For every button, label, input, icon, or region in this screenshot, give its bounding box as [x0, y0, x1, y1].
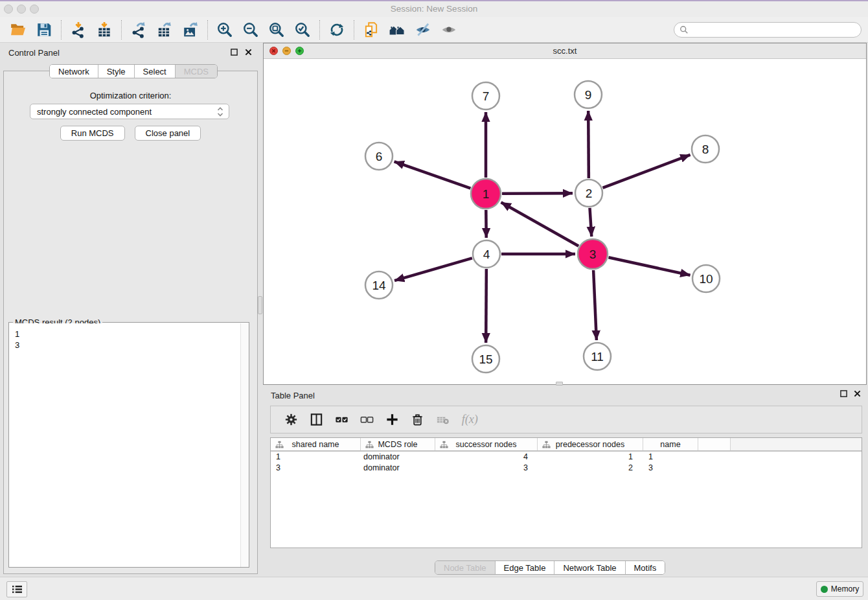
deselect-all-columns-button[interactable] — [357, 410, 376, 430]
table-row[interactable]: 1 dominator 4 1 1 — [271, 452, 862, 463]
column-header-successor-nodes[interactable]: successor nodes — [435, 438, 538, 450]
network-canvas[interactable]: 1234678910111415 — [264, 59, 866, 384]
graph-node-8[interactable]: 8 — [692, 135, 719, 163]
table-header-row: shared name MCDS role successor nodes — [271, 438, 862, 452]
double-home-icon — [389, 21, 405, 38]
zoom-out-button[interactable] — [238, 19, 264, 40]
graph-edge-4-15[interactable] — [486, 269, 486, 343]
clone-network-button[interactable] — [358, 19, 384, 40]
graph-node-7[interactable]: 7 — [472, 82, 499, 110]
export-image-button[interactable] — [177, 19, 203, 40]
list-icon — [12, 584, 23, 594]
float-panel-button[interactable] — [229, 47, 239, 57]
show-columns-button[interactable] — [306, 410, 326, 430]
cell-mcds-role[interactable]: dominator — [361, 463, 435, 474]
task-history-button[interactable] — [6, 581, 27, 597]
cell-predecessor-nodes[interactable]: 1 — [538, 452, 643, 463]
tab-network-table[interactable]: Network Table — [554, 561, 625, 574]
tab-edge-table[interactable]: Edge Table — [496, 561, 555, 574]
tab-select[interactable]: Select — [135, 65, 176, 78]
folder-open-icon — [10, 21, 27, 38]
show-all-button[interactable] — [436, 19, 462, 40]
cell-predecessor-nodes[interactable]: 2 — [538, 463, 643, 474]
graph-edge-4-14[interactable] — [394, 258, 472, 281]
graph-edge-3-10[interactable] — [608, 257, 690, 275]
zoom-in-button[interactable] — [212, 19, 238, 40]
hide-unhide-button[interactable] — [410, 19, 436, 40]
graph-edge-2-9[interactable] — [588, 111, 589, 178]
graph-node-9[interactable]: 9 — [575, 81, 602, 108]
column-header-predecessor-nodes[interactable]: predecessor nodes — [538, 438, 643, 450]
zoom-selected-button[interactable] — [290, 19, 315, 40]
graph-edge-1-6[interactable] — [394, 161, 471, 188]
control-panel-tabs: Network Style Select MCDS — [49, 64, 218, 78]
main-toolbar — [0, 17, 868, 43]
tab-motifs[interactable]: Motifs — [626, 561, 665, 574]
table-float-button[interactable] — [839, 389, 849, 398]
cell-successor-nodes[interactable]: 4 — [435, 452, 538, 463]
reset-views-button[interactable] — [384, 19, 410, 40]
graph-edge-1-2[interactable] — [502, 193, 573, 194]
save-session-button[interactable] — [31, 19, 57, 40]
tab-style[interactable]: Style — [98, 65, 135, 78]
cell-mcds-role[interactable]: dominator — [361, 452, 435, 463]
horizontal-splitter-handle[interactable] — [556, 382, 563, 386]
tab-mcds[interactable]: MCDS — [176, 65, 217, 78]
table-close-button[interactable] — [852, 389, 862, 398]
graph-node-label: 9 — [585, 88, 592, 102]
select-all-columns-button[interactable] — [332, 410, 351, 430]
graph-node-1[interactable]: 1 — [471, 179, 501, 209]
column-header-mcds-role[interactable]: MCDS role — [361, 438, 435, 450]
column-header-shared-name[interactable]: shared name — [271, 438, 361, 450]
zoom-fit-button[interactable] — [264, 19, 290, 40]
graph-node-2[interactable]: 2 — [575, 179, 602, 207]
network-window-titlebar[interactable]: scc.txt — [264, 43, 866, 59]
open-session-button[interactable] — [5, 19, 31, 40]
magnifier-plus-icon — [216, 21, 233, 38]
tab-network[interactable]: Network — [50, 65, 98, 78]
cell-name[interactable]: 3 — [643, 463, 698, 474]
table-tabs: Node Table Edge Table Network Table Moti… — [435, 560, 665, 575]
graph-node-label: 7 — [483, 89, 490, 103]
graph-edge-2-8[interactable] — [603, 155, 691, 188]
table-row[interactable]: 3 dominator 3 2 3 — [271, 463, 862, 474]
vertical-splitter-handle[interactable] — [258, 296, 262, 314]
mcds-result-text[interactable]: 1 3 — [9, 323, 240, 567]
cell-successor-nodes[interactable]: 3 — [435, 463, 538, 474]
import-table-button[interactable] — [91, 19, 117, 40]
graph-edge-3-1[interactable] — [501, 202, 579, 246]
eye-icon — [440, 21, 457, 38]
search-input[interactable] — [689, 25, 856, 34]
export-network-button[interactable] — [126, 19, 152, 40]
graph-node-15[interactable]: 15 — [472, 345, 499, 373]
delete-column-button[interactable] — [407, 410, 427, 430]
run-mcds-button[interactable]: Run MCDS — [60, 126, 125, 141]
graph-node-3[interactable]: 3 — [578, 239, 608, 269]
cell-name[interactable]: 1 — [643, 452, 698, 463]
export-table-button[interactable] — [152, 19, 177, 40]
memory-button[interactable]: Memory — [816, 581, 863, 597]
cell-shared-name[interactable]: 3 — [271, 463, 361, 474]
eye-slash-icon — [415, 21, 431, 38]
graph-node-4[interactable]: 4 — [473, 240, 500, 268]
graph-node-label: 2 — [586, 187, 593, 200]
graph-edge-2-3[interactable] — [589, 208, 591, 237]
tab-node-table[interactable]: Node Table — [435, 561, 496, 574]
app-titlebar: Session: New Session — [0, 1, 868, 17]
graph-node-10[interactable]: 10 — [692, 265, 720, 292]
create-column-button[interactable] — [382, 410, 402, 430]
refresh-view-button[interactable] — [324, 19, 350, 40]
graph-node-6[interactable]: 6 — [365, 143, 393, 170]
column-header-name[interactable]: name — [643, 438, 698, 450]
graph-edge-3-11[interactable] — [593, 270, 597, 340]
table-settings-button[interactable] — [281, 410, 301, 430]
optimization-criterion-select[interactable]: strongly connected component — [30, 104, 229, 119]
import-network-button[interactable] — [65, 19, 91, 40]
hierarchy-icon — [365, 441, 374, 449]
close-panel-button[interactable] — [244, 47, 253, 57]
result-scrollbar[interactable] — [240, 323, 249, 567]
close-panel-action-button[interactable]: Close panel — [135, 126, 201, 141]
cell-shared-name[interactable]: 1 — [271, 452, 361, 463]
graph-node-14[interactable]: 14 — [365, 271, 393, 299]
graph-node-11[interactable]: 11 — [584, 343, 611, 370]
